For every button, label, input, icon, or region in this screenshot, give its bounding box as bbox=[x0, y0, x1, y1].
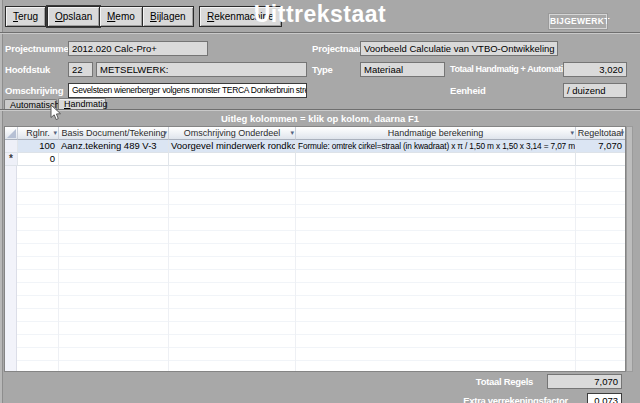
column-header-rglnr-label: Rglnr. bbox=[26, 128, 50, 138]
column-header-omschrijving-onderdeel-label: Omschrijving Onderdeel bbox=[184, 128, 281, 138]
omschrijving-label: Omschrijving bbox=[5, 85, 63, 96]
table-header-row: Rglnr.▾ Basis Document/Tekening▾ Omschri… bbox=[5, 127, 625, 140]
window-edge bbox=[0, 0, 3, 403]
omschrijving-field[interactable]: Gevelsteen wienerberger volgens monster … bbox=[68, 83, 307, 98]
new-record-selector[interactable]: * bbox=[5, 153, 18, 166]
eenheid-label: Eenheid bbox=[450, 85, 486, 96]
eenheid-field: / duizend bbox=[563, 83, 627, 98]
column-header-omschrijving-onderdeel[interactable]: Omschrijving Onderdeel▾ bbox=[169, 127, 296, 140]
table-row: 100 Aanz.tekening 489 V-3 Voorgevel mind… bbox=[5, 140, 625, 153]
mouse-cursor-icon bbox=[50, 104, 62, 122]
extra-verrekeningsfactor-field[interactable]: 0,073 bbox=[587, 393, 622, 403]
column-header-basis-document[interactable]: Basis Document/Tekening▾ bbox=[59, 127, 169, 140]
page-title: Uittrekstaat bbox=[0, 1, 640, 28]
hoofdstuk-label: Hoofdstuk bbox=[5, 64, 50, 75]
table-row-new: * 0 bbox=[5, 153, 625, 166]
column-header-rglnr[interactable]: Rglnr.▾ bbox=[18, 127, 59, 140]
select-all-triangle-icon bbox=[7, 129, 16, 138]
row-selector[interactable] bbox=[5, 140, 18, 153]
filter-arrow-icon[interactable]: ▾ bbox=[53, 127, 57, 139]
table-scrollbar[interactable] bbox=[626, 126, 633, 372]
cell-regeltotaal[interactable] bbox=[576, 153, 625, 166]
filter-arrow-icon[interactable]: ▾ bbox=[290, 127, 294, 139]
grid-vline bbox=[295, 166, 296, 371]
column-header-regeltotaal[interactable]: Regeltotaal▾ bbox=[576, 127, 625, 140]
projectnaam-field: Voorbeeld Calculatie van VTBO-Ontwikkeli… bbox=[360, 41, 558, 56]
totaal-handmatig-automatisch-field: 3,020 bbox=[563, 62, 627, 77]
cell-basis-document[interactable] bbox=[59, 153, 169, 166]
type-label: Type bbox=[312, 64, 333, 75]
cell-handmatige-berekening[interactable] bbox=[296, 153, 576, 166]
totaal-handmatig-automatisch-label: Totaal Handmatig + Automatisch bbox=[450, 64, 577, 74]
cell-rglnr[interactable]: 100 bbox=[18, 140, 59, 153]
filter-arrow-icon[interactable]: ▾ bbox=[620, 127, 624, 139]
new-record-asterisk-icon: * bbox=[9, 153, 13, 164]
totaal-regels-field: 7,070 bbox=[547, 374, 622, 389]
status-badge: BIJGEWERKT bbox=[549, 14, 607, 29]
column-header-handmatige-berekening-label: Handmatige berekening bbox=[388, 128, 484, 138]
grid-vline bbox=[168, 166, 169, 371]
column-help-banner: Uitleg kolommen = klik op kolom, daarna … bbox=[0, 112, 640, 125]
cell-basis-document[interactable]: Aanz.tekening 489 V-3 bbox=[59, 140, 169, 153]
filter-arrow-icon[interactable]: ▾ bbox=[570, 127, 574, 139]
hoofdstuk-code-field: 22 bbox=[68, 62, 93, 77]
projectnummer-label: Projectnummer bbox=[5, 43, 72, 54]
select-all-corner[interactable] bbox=[5, 127, 18, 140]
totaal-regels-label: Totaal Regels bbox=[400, 376, 533, 387]
extra-verrekeningsfactor-label: Extra verrekeningsfactor bbox=[400, 395, 568, 403]
type-field: Materiaal bbox=[360, 62, 445, 77]
hoofdstuk-naam-field: METSELWERK: bbox=[96, 62, 307, 77]
row-selector-strip bbox=[5, 166, 17, 371]
cell-regeltotaal[interactable]: 7,070 bbox=[576, 140, 625, 153]
filter-arrow-icon[interactable]: ▾ bbox=[163, 127, 167, 139]
cell-omschrijving-onderdeel[interactable]: Voorgevel minderwerk rondkozijn bbox=[169, 140, 296, 153]
projectnaam-label: Projectnaam bbox=[312, 43, 367, 54]
panel-divider-highlight bbox=[0, 110, 640, 111]
grid-vline bbox=[575, 166, 576, 371]
column-header-handmatige-berekening[interactable]: Handmatige berekening▾ bbox=[296, 127, 576, 140]
cell-omschrijving-onderdeel[interactable] bbox=[169, 153, 296, 166]
column-header-basis-document-label: Basis Document/Tekening bbox=[61, 128, 165, 138]
header-divider-highlight bbox=[0, 33, 640, 34]
handmatig-datasheet: Rglnr.▾ Basis Document/Tekening▾ Omschri… bbox=[4, 126, 626, 372]
projectnummer-field: 2012.020 Calc-Pro+ bbox=[68, 41, 208, 56]
cell-handmatige-berekening[interactable]: Formule: omtrek cirkel=straal (in kwadra… bbox=[296, 140, 576, 153]
cell-rglnr[interactable]: 0 bbox=[18, 153, 59, 166]
grid-vline bbox=[58, 166, 59, 371]
column-header-regeltotaal-label: Regeltotaal bbox=[578, 128, 624, 138]
empty-grid-area[interactable] bbox=[5, 166, 625, 371]
uittrekstaat-window: Terug Opslaan Memo Bijlagen Rekenmachine… bbox=[0, 0, 640, 403]
